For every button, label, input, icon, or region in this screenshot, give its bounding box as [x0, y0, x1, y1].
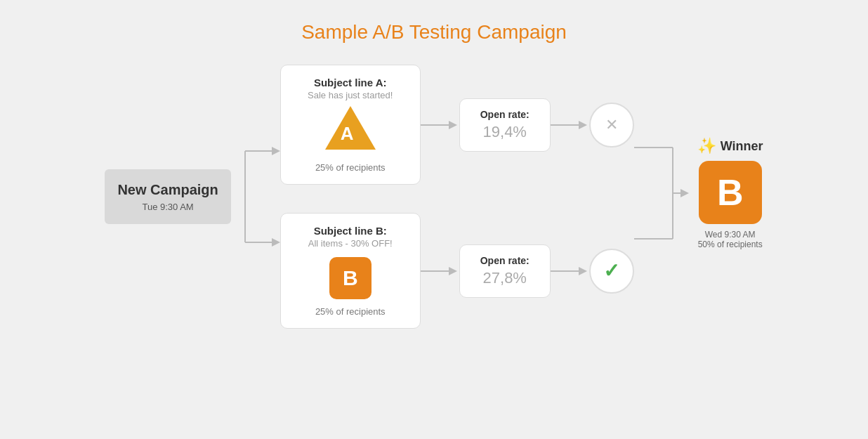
recipients-b: 25% of recipients: [295, 306, 406, 317]
winner-header: ✨ Winner: [697, 137, 763, 155]
subject-label-a: Subject line A:: [295, 77, 406, 89]
fork-row-b: Subject line B: All items - 30% OFF! B 2…: [280, 213, 634, 329]
decision-circle-a: ✕: [589, 103, 634, 148]
subject-card-a: Subject line A: Sale has just started! A…: [280, 65, 421, 185]
svg-marker-8: [579, 121, 587, 129]
open-rate-value-b: 27,8%: [474, 269, 536, 287]
open-rate-box-b: Open rate: 27,8%: [459, 244, 551, 298]
icon-b: B: [329, 257, 371, 299]
campaign-title: New Campaign: [117, 181, 218, 199]
diagram: New Campaign Tue 9:30 AM Subject line A:: [48, 65, 820, 329]
arrow-b-to-openrate: [421, 264, 459, 278]
converge-lines-svg: [634, 112, 690, 274]
winner-icon-b-letter: B: [717, 171, 744, 214]
fork-row-a: Subject line A: Sale has just started! A…: [280, 65, 634, 185]
open-rate-label-b: Open rate:: [474, 255, 536, 266]
subject-text-a: Sale has just started!: [295, 90, 406, 100]
open-rate-label-a: Open rate:: [474, 109, 536, 120]
winner-label: Winner: [721, 139, 763, 154]
svg-marker-17: [680, 189, 689, 197]
svg-marker-4: [272, 238, 280, 247]
winner-time: Wed 9:30 AM: [705, 230, 756, 240]
sparkle-icon: ✨: [697, 137, 716, 155]
fork-lines-svg: [231, 116, 280, 277]
campaign-time: Tue 9:30 AM: [117, 202, 218, 214]
x-mark-icon: ✕: [605, 116, 618, 134]
recipients-a: 25% of recipients: [295, 162, 406, 173]
arrow-a-to-openrate: [421, 118, 459, 132]
winner-icon-b: B: [699, 161, 762, 224]
campaign-box: New Campaign Tue 9:30 AM: [105, 169, 230, 225]
icon-b-letter: B: [343, 266, 358, 290]
fork-container: Subject line A: Sale has just started! A…: [280, 65, 634, 329]
open-rate-box-a: Open rate: 19,4%: [459, 98, 551, 152]
open-rate-value-a: 19,4%: [474, 123, 536, 141]
subject-text-b: All items - 30% OFF!: [295, 238, 406, 249]
arrow-a-to-decision: [551, 118, 589, 132]
decision-circle-b: ✓: [589, 249, 634, 294]
winner-section: ✨ Winner B Wed 9:30 AM 50% of recipients: [697, 137, 763, 249]
subject-label-b: Subject line B:: [295, 225, 406, 237]
icon-a-letter: A: [341, 123, 354, 145]
svg-marker-12: [579, 267, 587, 275]
check-mark-icon: ✓: [603, 259, 619, 282]
icon-a: A: [325, 106, 376, 150]
page-title: Sample A/B Testing Campaign: [301, 21, 567, 44]
subject-card-b: Subject line B: All items - 30% OFF! B 2…: [280, 213, 421, 329]
page-wrapper: Sample A/B Testing Campaign New Campaign…: [0, 0, 868, 439]
svg-marker-3: [272, 147, 280, 155]
winner-recipients: 50% of recipients: [698, 240, 763, 249]
arrow-b-to-decision: [551, 264, 589, 278]
svg-marker-10: [449, 267, 457, 275]
svg-marker-6: [449, 121, 457, 129]
